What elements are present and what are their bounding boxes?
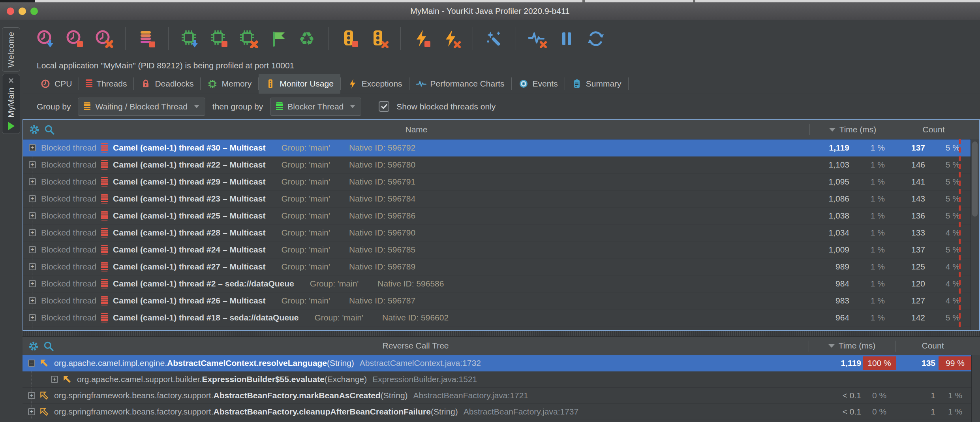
group-by-value: Waiting / Blocked Thread: [95, 102, 187, 111]
expand-icon[interactable]: +: [29, 263, 36, 270]
scrollbar-thumb[interactable]: [972, 141, 978, 217]
thread-name: Camel (camel-1) thread #31 – Multicast: [113, 330, 265, 331]
tab-label: Performance Charts: [430, 79, 505, 89]
time-percent: 0 %: [863, 407, 896, 416]
expand-icon[interactable]: +: [29, 178, 36, 185]
lock-icon: [141, 79, 151, 89]
tab-deadlocks[interactable]: Deadlocks: [134, 74, 200, 94]
vertical-scrollbar[interactable]: [971, 139, 979, 330]
thread-name: Camel (camel-1) thread #22 – Multicast: [113, 160, 265, 170]
thread-group: Group: 'main': [310, 279, 359, 288]
refresh-icon[interactable]: [586, 29, 605, 48]
clear-cpu-results-icon[interactable]: [94, 29, 113, 48]
clear-monitor-results-icon[interactable]: [370, 29, 389, 48]
tab-cpu[interactable]: CPU: [34, 74, 79, 94]
blocked-thread-label: Blocked thread: [41, 296, 96, 305]
time-value: 983: [835, 296, 849, 305]
clear-telemetry-icon[interactable]: [528, 29, 547, 48]
stop-allocation-recording-icon[interactable]: [210, 29, 229, 48]
expand-icon[interactable]: −: [28, 360, 35, 367]
stop-monitor-profiling-icon[interactable]: [340, 29, 359, 48]
call-tree-row[interactable]: + org.apache.camel.support.builder.Expre…: [23, 371, 972, 388]
panel-splitter[interactable]: [23, 331, 980, 336]
toolbar-divider: [473, 27, 473, 50]
stop-exception-recording-icon[interactable]: [413, 29, 432, 48]
profiling-status-line: Local application "MyMain" (PID 89212) i…: [23, 57, 980, 74]
pause-telemetry-icon[interactable]: [557, 29, 576, 48]
thread-native-id: Native ID: 596784: [349, 194, 415, 203]
tab-monitor-usage[interactable]: Monitor Usage: [259, 74, 340, 94]
inspections-wand-icon[interactable]: [485, 29, 504, 48]
force-gc-icon[interactable]: ♻: [297, 29, 316, 48]
expand-icon[interactable]: +: [29, 195, 36, 202]
blocked-thread-row[interactable]: + Blocked thread Camel (camel-1) thread …: [23, 326, 971, 331]
expand-icon[interactable]: +: [29, 144, 36, 151]
expand-icon[interactable]: +: [29, 246, 36, 253]
method-signature: org.apache.camel.impl.engine.AbstractCam…: [54, 358, 481, 368]
count-column-header[interactable]: Count: [896, 125, 971, 134]
thread-name: Camel (camel-1) thread #27 – Multicast: [113, 262, 265, 271]
tab-label: Summary: [586, 79, 621, 89]
blocked-thread-row[interactable]: + Blocked thread Camel (camel-1) thread …: [23, 241, 971, 258]
expand-icon[interactable]: +: [29, 161, 36, 168]
blocked-thread-row[interactable]: + Blocked thread Camel (camel-1) thread …: [23, 139, 971, 156]
thread-native-id: Native ID: 596789: [349, 262, 415, 271]
tab-performance-charts[interactable]: Performance Charts: [409, 74, 511, 94]
close-window-button[interactable]: [7, 8, 14, 15]
count-percent: 4 %: [946, 279, 960, 288]
thread-name: Camel (camel-1) thread #18 – seda://data…: [113, 313, 299, 322]
close-session-icon[interactable]: [8, 77, 15, 83]
tab-memory[interactable]: Memory: [201, 74, 258, 94]
capture-snapshot-flag-icon[interactable]: [268, 29, 287, 48]
start-cpu-profiling-icon[interactable]: [36, 29, 55, 48]
vertical-scrollbar[interactable]: [971, 355, 980, 422]
count-column-header[interactable]: Count: [895, 341, 971, 350]
name-column-header[interactable]: Reverse Call Tree: [23, 341, 809, 350]
blocked-thread-row[interactable]: + Blocked thread Camel (camel-1) thread …: [23, 258, 971, 275]
tab-events[interactable]: Events: [512, 74, 565, 94]
call-tree-row[interactable]: + org.springframework.beans.factory.supp…: [23, 388, 972, 404]
expand-icon[interactable]: +: [29, 212, 36, 219]
blocked-thread-row[interactable]: + Blocked thread Camel (camel-1) thread …: [23, 173, 971, 190]
blocked-thread-row[interactable]: + Blocked thread Camel (camel-1) thread …: [23, 190, 971, 207]
blocked-thread-row[interactable]: + Blocked thread Camel (camel-1) thread …: [23, 224, 971, 241]
time-column-header[interactable]: Time (ms): [809, 341, 895, 350]
expand-icon[interactable]: +: [29, 297, 36, 304]
clear-allocation-results-icon[interactable]: [239, 29, 258, 48]
expand-icon[interactable]: +: [28, 392, 35, 399]
expand-icon[interactable]: +: [29, 314, 36, 321]
tab-threads[interactable]: Threads: [79, 74, 133, 94]
name-column-header[interactable]: Name: [23, 125, 809, 134]
blocked-thread-row[interactable]: + Blocked thread Camel (camel-1) thread …: [23, 207, 971, 224]
clear-exception-results-icon[interactable]: [442, 29, 461, 48]
blocked-thread-row[interactable]: + Blocked thread Camel (camel-1) thread …: [23, 309, 971, 326]
then-group-by-dropdown[interactable]: Blocker Thread: [270, 98, 361, 116]
start-allocation-recording-icon[interactable]: [180, 29, 199, 48]
then-group-by-label: then group by: [212, 102, 263, 111]
expand-icon[interactable]: +: [29, 280, 36, 287]
blocked-thread-row[interactable]: + Blocked thread Camel (camel-1) thread …: [23, 275, 971, 292]
group-by-dropdown[interactable]: Waiting / Blocked Thread: [78, 98, 205, 116]
sidebar-tab-welcome[interactable]: Welcome: [2, 27, 20, 72]
time-column-header[interactable]: Time (ms): [809, 125, 896, 134]
blocked-thread-row[interactable]: + Blocked thread Camel (camel-1) thread …: [23, 292, 971, 309]
minimize-window-button[interactable]: [19, 8, 26, 15]
blocked-thread-row[interactable]: + Blocked thread Camel (camel-1) thread …: [23, 156, 971, 173]
monitor-usage-panel: Name Time (ms) Count + Blocked thread Ca…: [23, 119, 980, 331]
sidebar-tab-mymain[interactable]: MyMain: [2, 74, 20, 134]
blocked-thread-label: Blocked thread: [41, 279, 96, 288]
stop-cpu-profiling-icon[interactable]: [65, 29, 84, 48]
expand-icon[interactable]: +: [29, 229, 36, 236]
call-tree-row[interactable]: + org.springframework.beans.factory.supp…: [23, 404, 972, 420]
call-tree-row[interactable]: − org.apache.camel.impl.engine.AbstractC…: [23, 355, 972, 371]
time-percent: 100 %: [863, 356, 896, 370]
thread-group: Group: 'main': [281, 160, 330, 170]
tab-summary[interactable]: Summary: [565, 74, 628, 94]
tab-exceptions[interactable]: Exceptions: [341, 74, 409, 94]
capture-thread-dump-icon[interactable]: [137, 29, 156, 48]
show-blocked-threads-checkbox[interactable]: [379, 101, 389, 112]
count-value: 135: [922, 358, 935, 368]
expand-icon[interactable]: +: [28, 408, 35, 415]
zoom-window-button[interactable]: [30, 8, 38, 15]
expand-icon[interactable]: +: [51, 376, 58, 383]
